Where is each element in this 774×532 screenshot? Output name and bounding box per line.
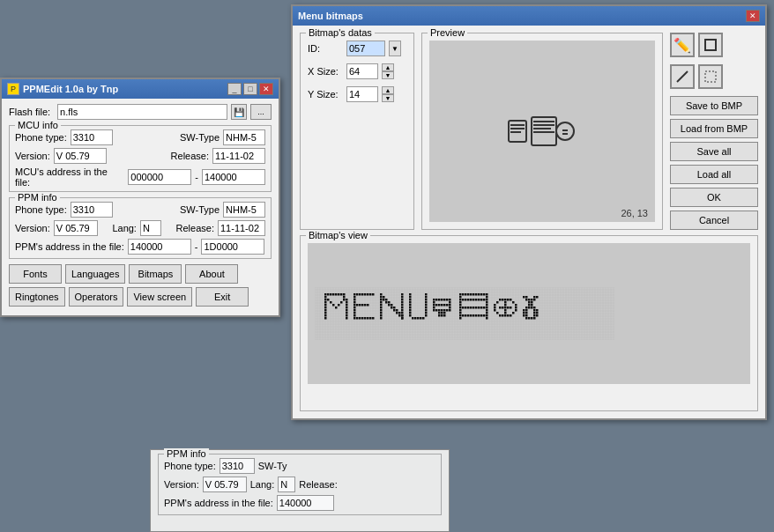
mcu-info-group: MCU info Phone type: SW-Type Version: Re…: [9, 125, 272, 192]
id-input[interactable]: [346, 41, 385, 56]
bg-address1-input[interactable]: [277, 495, 334, 511]
x-size-up[interactable]: ▲: [382, 63, 394, 71]
preview-group: Preview: [421, 33, 663, 230]
mcu-phone-type-input[interactable]: [71, 129, 113, 145]
x-size-down[interactable]: ▼: [382, 71, 394, 79]
flash-icon-button[interactable]: 💾: [231, 104, 247, 120]
ppm-group-label: PPM info: [15, 192, 60, 203]
languages-button[interactable]: Languages: [65, 264, 125, 284]
bg-lang-input[interactable]: [278, 477, 295, 492]
x-size-spinners: ▲ ▼: [382, 63, 394, 79]
svg-rect-1: [510, 124, 525, 126]
svg-rect-11: [562, 133, 568, 135]
bitmaps-view-group: Bitmap's view: [300, 235, 758, 411]
about-button[interactable]: About: [185, 264, 238, 284]
ppm-icon: P: [7, 83, 19, 95]
mcu-release-label: Release:: [171, 151, 209, 161]
mcu-sw-type-input[interactable]: [223, 129, 265, 145]
ppm-address1-input[interactable]: [128, 239, 191, 255]
exit-button[interactable]: Exit: [196, 287, 249, 307]
preview-label: Preview: [428, 27, 467, 38]
mcu-group-label: MCU info: [15, 120, 61, 130]
y-size-input[interactable]: [346, 86, 378, 102]
ppm-titlebar: P PPMEdit 1.0a by Tnp _ □ ✕: [2, 79, 279, 99]
close-button[interactable]: ✕: [259, 83, 273, 95]
svg-rect-14: [705, 71, 716, 82]
bg-sw-type-label: SW-Ty: [258, 461, 287, 471]
x-size-input[interactable]: [346, 63, 378, 79]
mcu-address2-input[interactable]: [202, 169, 265, 185]
ppm-release-input[interactable]: [218, 220, 265, 236]
load-all-button[interactable]: Load all: [670, 165, 758, 184]
ok-button[interactable]: OK: [670, 188, 758, 207]
menu-top-row: Bitmap's datas ID: ▼ X Size: ▲ ▼: [300, 33, 758, 230]
svg-rect-3: [510, 131, 521, 133]
flash-browse-button[interactable]: ...: [250, 104, 272, 120]
id-row: ID: ▼: [308, 41, 406, 56]
y-size-label: Y Size:: [308, 89, 343, 100]
svg-rect-8: [533, 131, 554, 133]
ppm-lang-label: Lang:: [112, 223, 137, 233]
ringtones-button[interactable]: Ringtones: [9, 287, 65, 307]
tool-buttons: ✏️ Save to BMP Load from BMP Save all: [670, 33, 758, 230]
bg-version-input[interactable]: [203, 477, 247, 492]
mcu-version-input[interactable]: [54, 148, 107, 164]
id-dropdown[interactable]: ▼: [389, 41, 401, 56]
ppm-lang-input[interactable]: [140, 220, 161, 236]
menu-title: Menu bitmaps: [298, 11, 363, 21]
bg-address-label: PPM's address in the file:: [164, 498, 273, 508]
bg-phone-type-label: Phone type:: [164, 461, 216, 471]
pencil-tool-button[interactable]: ✏️: [670, 33, 695, 57]
svg-rect-12: [705, 40, 716, 50]
ppm-edit-window: P PPMEdit 1.0a by Tnp _ □ ✕ Flash file: …: [0, 78, 280, 317]
flash-file-input[interactable]: [57, 104, 227, 120]
y-size-row: Y Size: ▲ ▼: [308, 86, 406, 102]
titlebar-buttons: _ □ ✕: [227, 83, 273, 95]
id-label: ID:: [308, 43, 343, 54]
menu-bitmaps-window: Menu bitmaps ✕ Bitmap's datas ID: ▼ X Si…: [291, 4, 767, 420]
ppm-sw-type-input[interactable]: [223, 202, 265, 218]
load-bmp-button[interactable]: Load from BMP: [670, 119, 758, 138]
y-size-down[interactable]: ▼: [382, 94, 394, 102]
bitmaps-datas-label: Bitmap's datas: [306, 27, 375, 38]
menu-titlebar: Menu bitmaps ✕: [293, 6, 765, 26]
menu-titlebar-buttons: ✕: [746, 10, 760, 22]
save-bmp-button[interactable]: Save to BMP: [670, 96, 758, 115]
dotted-tool-button[interactable]: [698, 64, 723, 89]
save-all-button[interactable]: Save all: [670, 142, 758, 161]
y-size-up[interactable]: ▲: [382, 86, 394, 94]
bg-phone-type-input[interactable]: [220, 458, 255, 474]
svg-rect-7: [533, 128, 551, 129]
x-size-label: X Size:: [308, 66, 343, 77]
bitmap-pixel-canvas[interactable]: [315, 287, 614, 340]
bitmap-canvas[interactable]: [308, 243, 750, 384]
menu-body: Bitmap's datas ID: ▼ X Size: ▲ ▼: [293, 26, 765, 418]
bg-ppm-label: PPM info: [164, 448, 209, 459]
restore-button[interactable]: □: [243, 83, 257, 95]
button-row-1: Fonts Languages Bitmaps About: [9, 264, 272, 284]
bitmaps-button[interactable]: Bitmaps: [129, 264, 182, 284]
bg-lang-label: Lang:: [250, 479, 275, 490]
view-screen-button[interactable]: View screen: [127, 287, 192, 307]
ppm-version-label: Version:: [15, 223, 50, 233]
rect-tool-button[interactable]: [698, 33, 723, 57]
ppm-phone-type-input[interactable]: [71, 202, 113, 218]
preview-icons: [507, 114, 577, 149]
mcu-release-input[interactable]: [212, 148, 265, 164]
ppm-address-row: PPM's address in the file: -: [15, 239, 265, 255]
mcu-address1-input[interactable]: [128, 169, 191, 185]
bitmaps-view-label: Bitmap's view: [306, 230, 370, 240]
fonts-button[interactable]: Fonts: [9, 264, 62, 284]
mcu-sw-type-label: SW-Type: [180, 132, 220, 143]
line-tool-button[interactable]: [670, 64, 695, 89]
minimize-button[interactable]: _: [227, 83, 242, 95]
operators-button[interactable]: Operators: [69, 287, 124, 307]
cancel-button[interactable]: Cancel: [670, 211, 758, 230]
svg-rect-2: [510, 128, 525, 129]
ppm-address2-input[interactable]: [201, 239, 264, 255]
ppm-phone-type-label: Phone type:: [15, 204, 67, 215]
bg-ppm-group: PPM info Phone type: SW-Ty Version: Lang…: [158, 454, 442, 515]
menu-close-button[interactable]: ✕: [746, 10, 760, 22]
ppm-version-input[interactable]: [54, 220, 98, 236]
svg-rect-5: [533, 121, 554, 122]
